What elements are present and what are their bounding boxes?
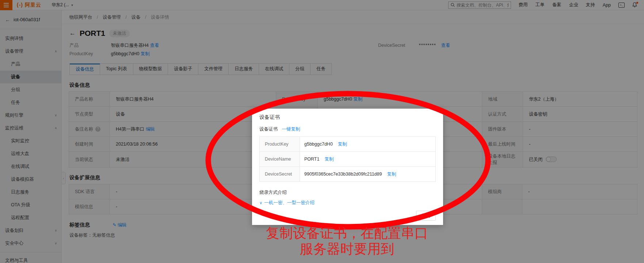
table-row: ProductKey g5bbggc7dH0复制 <box>260 137 436 152</box>
certificate-row: 设备证书 一键复制 <box>252 121 443 132</box>
devicesecret-copy-link[interactable]: 复制 <box>387 172 396 177</box>
burn-method-link[interactable]: ∨ 一机一密、一型一密介绍 <box>259 200 436 206</box>
burn-method-title: 烧录方式介绍 <box>259 189 436 196</box>
table-row: DeviceSecret 9905f0365cec7e33b38b2d09fc2… <box>260 167 436 182</box>
cell-value: g5bbggc7dH0复制 <box>300 137 436 152</box>
devicename-copy-link[interactable]: 复制 <box>324 157 334 162</box>
dialog-title: 设备证书 <box>252 109 443 121</box>
chevron-down-icon: ∨ <box>259 200 262 205</box>
certificate-label: 设备证书 <box>259 127 278 132</box>
secret-intro-link[interactable]: 一机一密、一型一密介绍 <box>264 200 315 205</box>
device-certificate-dialog: 设备证书 设备证书 一键复制 ProductKey g5bbggc7dH0复制 … <box>252 109 443 225</box>
cell-label: DeviceSecret <box>260 167 300 182</box>
cell-label: DeviceName <box>260 152 300 167</box>
cell-label: ProductKey <box>260 137 300 152</box>
one-click-copy-link[interactable]: 一键复制 <box>282 127 300 132</box>
cell-value: PORT1复制 <box>300 152 436 167</box>
cell-value: 9905f0365cec7e33b38b2d09fc211d89复制 <box>300 167 436 182</box>
table-row: DeviceName PORT1复制 <box>260 152 436 167</box>
certificate-table: ProductKey g5bbggc7dH0复制 DeviceName PORT… <box>259 136 436 182</box>
close-button[interactable]: 关闭 <box>416 211 436 221</box>
productkey-copy-link[interactable]: 复制 <box>338 142 347 147</box>
screen: (-) 阿里云 华东2 (... ▾ 费用 工单 备案 企业 支持 App >_ <box>0 0 644 263</box>
